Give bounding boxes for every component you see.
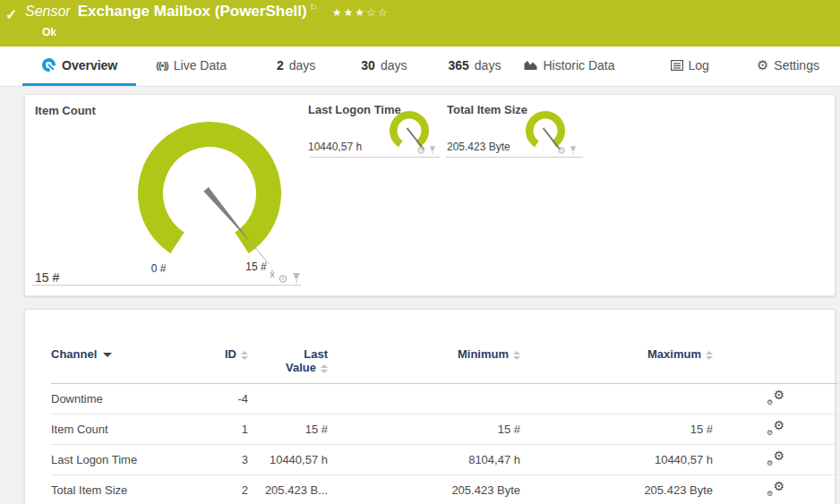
tab-label: Live Data [174, 58, 227, 73]
table-row-item-count: Item Count 1 15 # 15 # 15 # ⚙⚙ [51, 414, 838, 445]
pin-icon[interactable] [429, 146, 436, 156]
channel-minimum [328, 384, 520, 414]
col-header-last-value[interactable]: Last Value [248, 347, 328, 384]
gear-icon: ⚙ [757, 57, 768, 73]
gauge-tools: ⚙ [557, 145, 577, 157]
gauge-divider [310, 157, 440, 158]
col-header-label: Minimum [458, 347, 509, 361]
gauge-tools: ⚙ [278, 272, 301, 286]
tab-30-days[interactable]: 30 days [361, 47, 407, 86]
sensor-title: Exchange Mailbox (PowerShell) [78, 3, 307, 20]
channel-name: Downtime [51, 384, 199, 414]
tab-historic-data[interactable]: Historic Data [524, 47, 614, 86]
gauges-panel: Item Count x̄ 0 # 15 # 15 # ⚙ Last Logon… [24, 94, 836, 296]
stars-empty-icon[interactable]: ☆☆ [366, 6, 390, 19]
gauge-value-total-item-size: 205.423 Byte [447, 141, 510, 153]
tab-settings[interactable]: ⚙ Settings [757, 47, 819, 86]
channel-id: 3 [199, 445, 248, 475]
channel-minimum: 205.423 Byte [328, 475, 520, 504]
channel-maximum: 10440,57 h [520, 445, 713, 475]
tab-label: Log [689, 58, 709, 73]
gauge-settings-gear-icon[interactable]: ⚙ [557, 145, 566, 157]
tab-label: Overview [62, 58, 117, 73]
col-header-label: Maximum [647, 347, 701, 361]
stars-filled-icon[interactable]: ★★★ [332, 6, 366, 19]
channel-maximum: 15 # [520, 414, 713, 445]
tab-label: days [475, 58, 501, 73]
channel-last-value: 205.423 B... [248, 475, 328, 504]
tab-label: days [381, 58, 407, 73]
tab-number: 365 [448, 58, 468, 73]
tab-label: Settings [774, 58, 819, 73]
sensor-header: ✓ SensorExchange Mailbox (PowerShell)⚐★★… [0, 0, 840, 47]
channel-minimum: 15 # [328, 414, 520, 445]
col-header-label: Value [286, 361, 316, 374]
priority-stars[interactable]: ★★★☆☆ [332, 6, 390, 19]
status-ok-check-icon: ✓ [5, 6, 17, 23]
channels-table: Channel ID Last Value Minimum Maximum [51, 347, 838, 504]
channel-name: Last Logon Time [51, 445, 199, 475]
gauge-value-item-count: 15 # [35, 270, 59, 285]
channel-last-value [248, 384, 328, 414]
sort-arrows-icon [513, 351, 520, 360]
priority-flag-icon[interactable]: ⚐ [310, 3, 318, 13]
sort-desc-icon [103, 353, 112, 357]
gauge-scale-min: 0 # [139, 262, 178, 275]
table-row-last-logon-time: Last Logon Time 3 10440,57 h 8104,47 h 1… [51, 445, 838, 475]
gauge-settings-gear-icon[interactable]: ⚙ [278, 272, 288, 286]
col-header-maximum[interactable]: Maximum [520, 347, 713, 384]
channel-settings-icon[interactable]: ⚙⚙ [767, 420, 784, 436]
channel-last-value: 10440,57 h [248, 445, 328, 475]
table-header-row: Channel ID Last Value Minimum Maximum [51, 347, 838, 384]
object-kind-label: Sensor [25, 4, 71, 19]
table-row-downtime: Downtime -4 ⚙⚙ [51, 384, 838, 414]
gauge-title-total-item-size: Total Item Size [447, 103, 527, 116]
sort-arrows-icon [241, 351, 248, 360]
col-header-label: Last [248, 347, 328, 361]
channel-last-value: 15 # [248, 414, 328, 445]
sort-arrows-icon [321, 364, 328, 373]
tab-number: 2 [277, 58, 284, 73]
channel-settings-icon[interactable]: ⚙⚙ [767, 450, 784, 466]
status-badge: Ok [42, 26, 56, 38]
gauge-divider [32, 285, 301, 286]
sensor-title-line: SensorExchange Mailbox (PowerShell)⚐★★★☆… [25, 3, 389, 21]
channel-id: -4 [199, 384, 248, 414]
tab-live-data[interactable]: ((•)) Live Data [156, 47, 227, 86]
channel-id: 1 [199, 414, 248, 445]
channel-maximum [520, 384, 713, 414]
col-header-minimum[interactable]: Minimum [328, 347, 520, 384]
tab-label: Historic Data [543, 58, 614, 73]
table-row-total-item-size: Total Item Size 2 205.423 B... 205.423 B… [51, 475, 838, 504]
item-count-gauge: x̄ [109, 108, 315, 287]
tab-label: days [289, 58, 316, 73]
channels-panel: Channel ID Last Value Minimum Maximum [24, 309, 836, 504]
col-header-channel[interactable]: Channel [51, 347, 199, 384]
tab-365-days[interactable]: 365 days [448, 47, 501, 86]
gauge-divider [446, 157, 583, 158]
broadcast-icon: ((•)) [156, 60, 168, 71]
tab-overview[interactable]: Overview [22, 47, 136, 86]
channel-settings-icon[interactable]: ⚙⚙ [767, 389, 784, 406]
channel-maximum: 205.423 Byte [520, 475, 713, 504]
pin-icon[interactable] [570, 146, 577, 156]
area-chart-icon [524, 59, 537, 71]
gauge-title-item-count: Item Count [35, 104, 96, 117]
gauge-icon [41, 57, 56, 73]
col-header-label: Channel [51, 347, 97, 361]
channel-name: Total Item Size [51, 475, 199, 504]
tab-log[interactable]: Log [671, 47, 709, 86]
tab-2-days[interactable]: 2 days [277, 47, 315, 86]
channel-minimum: 8104,47 h [328, 445, 520, 475]
channel-settings-icon[interactable]: ⚙⚙ [767, 481, 784, 497]
col-header-id[interactable]: ID [199, 347, 248, 384]
pin-icon[interactable] [292, 273, 301, 285]
channel-id: 2 [199, 475, 248, 504]
channel-name: Item Count [51, 414, 199, 445]
gauge-settings-gear-icon[interactable]: ⚙ [416, 145, 425, 157]
col-header-label: ID [225, 347, 236, 361]
gauge-tools: ⚙ [416, 145, 436, 157]
sort-arrows-icon [706, 351, 713, 360]
gauge-scale-max: 15 # [236, 261, 276, 273]
log-list-icon [671, 60, 683, 71]
